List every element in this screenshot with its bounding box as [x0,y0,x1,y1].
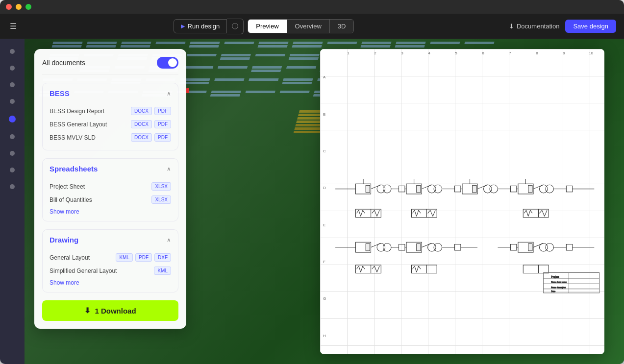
svg-line-168 [530,210,532,213]
svg-rect-118 [366,185,370,193]
sidebar-dot-8[interactable] [10,168,15,172]
bess-collapse-icon: ∧ [167,90,171,97]
all-documents-toggle[interactable]: ✓ [157,57,178,69]
svg-rect-187 [510,244,516,250]
view-tabs: Preview Overview 3D [248,19,354,33]
svg-rect-19 [430,42,460,44]
sidebar-dot-6[interactable] [10,134,15,139]
badge-docx[interactable]: DOCX [131,107,152,115]
svg-rect-8 [189,45,219,48]
drawing-section: Drawing ∧ General Layout KML PDF DXF [42,229,178,292]
svg-rect-217 [538,265,549,273]
drawing-section-header[interactable]: Drawing ∧ [43,230,178,249]
documentation-button[interactable]: ⬇ Documentation [509,23,559,30]
svg-point-114 [490,185,498,193]
svg-rect-164 [523,209,538,218]
menu-icon[interactable]: ☰ [8,20,19,33]
sidebar-dot-2[interactable] [10,66,15,71]
badge-xlsx[interactable]: XLSX [151,182,171,191]
doc-name: Project Sheet [50,183,85,190]
svg-rect-1 [51,45,81,48]
svg-line-211 [413,266,415,269]
svg-rect-87 [280,91,310,93]
doc-name: Simplified General Layout [50,267,117,274]
sidebar-dot-9[interactable] [10,184,15,189]
tab-preview[interactable]: Preview [248,20,287,33]
svg-rect-12 [293,42,323,44]
svg-rect-48 [218,66,248,69]
spreadsheets-collapse-icon: ∧ [167,166,171,172]
svg-line-152 [372,210,374,213]
bess-section-header[interactable]: BESS ∧ [43,83,178,102]
doc-row: BESS General Layout DOCX PDF [50,118,171,131]
svg-line-193 [422,243,432,247]
doc-badges: KML PDF DXF [116,253,171,262]
marker-1 [186,88,189,93]
badge-kml[interactable]: KML [116,253,133,262]
svg-line-149 [361,210,363,216]
svg-rect-3 [86,45,116,48]
sidebar-dot-4[interactable] [10,99,15,104]
sidebar-dot-1[interactable] [10,49,15,54]
svg-line-172 [545,210,547,216]
svg-line-147 [357,210,359,213]
svg-rect-2 [87,42,117,44]
svg-rect-49 [252,66,282,69]
badge-pdf[interactable]: PDF [154,120,171,128]
drawing-collapse-icon: ∧ [167,237,171,243]
doc-badges: KML [154,267,171,275]
sidebar-dot-3[interactable] [10,82,15,87]
badge-xlsx[interactable]: XLSX [151,195,171,204]
drawing-section-body: General Layout KML PDF DXF Simplified Ge… [43,249,178,292]
svg-line-214 [419,266,421,269]
spreadsheets-show-more[interactable]: Show more [50,208,171,215]
svg-rect-86 [246,91,275,93]
save-design-button[interactable]: Save design [565,20,616,33]
drawing-show-more[interactable]: Show more [50,279,171,286]
svg-rect-28 [187,54,217,56]
svg-rect-128 [566,186,572,192]
close-button[interactable] [6,4,12,10]
run-design-button[interactable]: ▶ Run design [174,19,227,33]
run-info-button[interactable]: ⓘ [227,19,244,34]
svg-point-116 [546,185,554,193]
svg-rect-68 [283,78,313,81]
badge-dxf[interactable]: DXF [154,253,171,262]
svg-rect-9 [224,42,254,44]
svg-rect-188 [566,244,572,250]
maximize-button[interactable] [25,4,31,10]
svg-line-150 [363,210,365,213]
svg-rect-6 [155,42,185,44]
diagram-inner: 1 2 3 4 5 6 7 8 9 10 [320,49,604,354]
doc-badges: DOCX PDF [131,133,171,142]
titlebar [0,0,624,14]
svg-rect-18 [395,45,424,48]
topbar-center: ▶ Run design ⓘ Preview Overview 3D [25,19,503,34]
svg-line-161 [428,210,430,213]
svg-rect-67 [249,78,278,81]
svg-rect-47 [183,66,213,69]
minimize-button[interactable] [16,4,22,10]
doc-badges: DOCX PDF [131,107,171,115]
svg-point-174 [383,243,391,251]
badge-docx[interactable]: DOCX [131,133,152,142]
svg-rect-16 [360,45,390,48]
tab-overview[interactable]: Overview [287,20,330,33]
badge-pdf[interactable]: PDF [154,107,171,115]
badge-docx[interactable]: DOCX [131,120,152,128]
spreadsheets-section-body: Project Sheet XLSX Bill of Quantities XL… [43,178,178,221]
sidebar-dot-7[interactable] [10,151,15,156]
svg-rect-127 [510,186,516,192]
badge-pdf[interactable]: PDF [154,133,171,142]
topbar: ☰ ▶ Run design ⓘ Preview Overview 3D ⬇ D… [0,14,624,39]
tab-3d[interactable]: 3D [330,20,354,33]
svg-line-190 [371,243,381,247]
bess-section: BESS ∧ BESS Design Report DOCX PDF [42,83,178,150]
download-button[interactable]: ⬇ 1 Download [42,300,178,321]
sidebar-dot-5[interactable] [9,116,16,122]
badge-pdf[interactable]: PDF [135,253,152,262]
svg-rect-20 [464,42,494,44]
svg-line-158 [417,210,419,216]
spreadsheets-section-header[interactable]: Spreadsheets ∧ [43,159,178,178]
badge-kml[interactable]: KML [154,267,171,275]
